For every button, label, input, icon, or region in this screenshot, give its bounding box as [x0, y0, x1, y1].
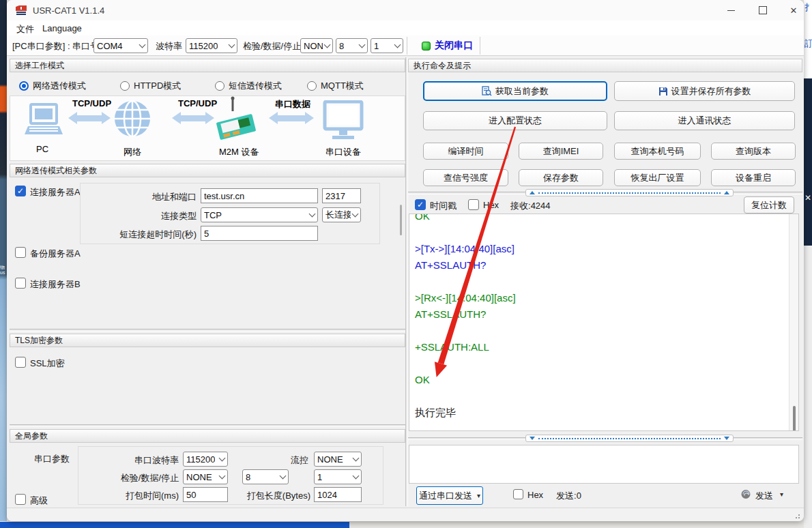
send-button[interactable]: 发送 — [755, 490, 773, 502]
send-hex-label: Hex — [527, 490, 543, 500]
arrow-m2m-serial — [278, 115, 305, 121]
parity-select[interactable]: NONI — [300, 38, 333, 53]
flow-select[interactable]: NONE — [314, 452, 362, 467]
log-splitter-handle[interactable] — [525, 189, 734, 196]
baud-select[interactable]: 115200 — [186, 38, 237, 53]
tls-header: TLS加密参数 — [10, 334, 405, 347]
collapse-down-icon — [530, 437, 535, 440]
log-scrollbar-track[interactable] — [789, 214, 798, 430]
send-hex-checkbox[interactable] — [513, 489, 523, 499]
address-label: 地址和端口 — [128, 191, 197, 203]
com-port-select[interactable]: COM4 — [93, 38, 148, 53]
reset-counter-button[interactable]: 复位计数 — [744, 196, 794, 214]
chevron-down-icon — [353, 455, 360, 462]
backup-a-label: 备份服务器A — [30, 248, 81, 260]
ssl-checkbox[interactable] — [15, 357, 26, 368]
advanced-checkbox[interactable] — [15, 494, 26, 505]
conn-type-select[interactable]: TCP — [201, 207, 318, 222]
g-parity-select[interactable]: NONE — [183, 469, 228, 484]
save-params-button[interactable]: 保存参数 — [519, 169, 603, 186]
g-databits-select[interactable]: 8 — [242, 469, 289, 484]
radio-sms-passthrough-label: 短信透传模式 — [229, 80, 282, 92]
log-area[interactable]: OK >[Tx->][14:04:40][asc]AT+SSLAUTH? >[R… — [409, 214, 799, 431]
port-status-indicator — [422, 42, 431, 50]
radio-httpd[interactable] — [120, 81, 130, 91]
maximize-button[interactable] — [751, 0, 775, 20]
menu-language[interactable]: Language — [38, 22, 86, 35]
chevron-down-icon — [229, 42, 235, 48]
section-splitter[interactable] — [10, 329, 405, 332]
pack-len-input[interactable] — [314, 487, 362, 502]
timestamp-label: 时间戳 — [430, 200, 456, 212]
chevron-down-icon — [280, 473, 287, 480]
title-bar[interactable]: USR-CAT1 V1.1.4 ✕ — [7, 0, 804, 20]
pack-len-label: 打包长度(Bytes) — [239, 490, 310, 502]
flow-label: 流控 — [278, 454, 308, 467]
left-panel-scrollbar[interactable] — [400, 205, 402, 235]
stopbits-select[interactable]: 1 — [371, 38, 403, 53]
timeout-input[interactable] — [201, 226, 318, 241]
desktop-text-fragment: 物us — [0, 265, 5, 276]
save-icon — [658, 87, 668, 96]
factory-reset-button[interactable]: 恢复出厂设置 — [614, 169, 701, 186]
recv-counter: 接收:4244 — [510, 200, 551, 212]
server-a-checkbox[interactable] — [15, 186, 26, 196]
enter-comm-button[interactable]: 进入通讯状态 — [614, 111, 795, 130]
resize-grip[interactable] — [794, 512, 800, 518]
background-close-icon: ✕ — [804, 193, 811, 203]
pc-serial-params-label: [PC串口参数] : 串口号 — [12, 40, 99, 53]
get-params-button[interactable]: 获取当前参数 — [423, 81, 607, 101]
serial-group-label: 串口参数 — [34, 453, 70, 465]
radio-mqtt[interactable] — [307, 81, 317, 91]
send-dropdown-icon[interactable]: ▾ — [780, 490, 783, 498]
radio-sms-passthrough[interactable] — [215, 81, 224, 91]
send-via-serial-button[interactable]: 通过串口发送▾ — [416, 486, 483, 505]
timestamp-checkbox[interactable] — [415, 199, 426, 210]
query-version-button[interactable]: 查询版本 — [711, 143, 796, 160]
background-text-fragment: 訂 — [804, 38, 812, 50]
send-input-area[interactable] — [409, 445, 799, 484]
minimize-icon — [727, 10, 735, 11]
radio-net-passthrough[interactable] — [19, 81, 29, 91]
global-params-header: 全局参数 — [10, 429, 405, 443]
minimize-button[interactable] — [719, 0, 743, 20]
send-splitter-handle[interactable] — [525, 435, 734, 442]
pack-time-input[interactable] — [183, 487, 228, 502]
query-number-button[interactable]: 查询本机号码 — [614, 143, 701, 160]
advanced-label: 高级 — [30, 495, 48, 507]
log-line: >[Rx<-][14:04:40][asc] — [415, 290, 785, 306]
parity-label: 检验/数据/停止 — [243, 40, 301, 53]
backup-a-checkbox[interactable] — [15, 247, 26, 258]
compile-time-button[interactable]: 编译时间 — [423, 143, 508, 160]
query-signal-button[interactable]: 查信号强度 — [423, 169, 508, 186]
log-line — [415, 224, 785, 241]
query-imei-button[interactable]: 查询IMEI — [519, 143, 603, 160]
databits-select[interactable]: 8 — [336, 38, 368, 53]
menu-file[interactable]: 文件 — [12, 22, 38, 37]
log-line — [415, 355, 785, 372]
address-input[interactable] — [201, 188, 318, 203]
section-splitter[interactable] — [10, 424, 405, 427]
close-button[interactable]: ✕ — [781, 0, 806, 20]
search-doc-icon — [482, 86, 492, 96]
topology-diagram: PC TCP/UDP 网络 TCP/UDP — [10, 96, 405, 161]
g-baud-select[interactable]: 115200 — [183, 452, 228, 467]
close-port-button[interactable]: 关闭串口 — [435, 40, 473, 52]
log-content: OK >[Tx->][14:04:40][asc]AT+SSLAUTH? >[R… — [415, 214, 785, 421]
background-window-right: 扌 訂 ✕ — [804, 0, 812, 528]
g-stopbits-select[interactable]: 1 — [314, 469, 362, 484]
keep-mode-select[interactable]: 长连接 — [322, 207, 361, 222]
set-save-params-button[interactable]: 设置并保存所有参数 — [614, 81, 795, 101]
port-input[interactable] — [322, 188, 361, 203]
arrow-network-m2m — [181, 115, 205, 121]
sent-counter: 发送:0 — [556, 490, 581, 502]
recv-hex-checkbox[interactable] — [468, 199, 479, 210]
server-a-label: 连接服务器A — [30, 186, 81, 199]
ssl-label: SSL加密 — [30, 357, 65, 370]
window-title: USR-CAT1 V1.1.4 — [33, 5, 104, 16]
enter-config-button[interactable]: 进入配置状态 — [423, 111, 607, 130]
log-line — [415, 274, 785, 290]
log-scrollbar-thumb[interactable] — [793, 406, 796, 431]
server-b-checkbox[interactable] — [15, 278, 26, 289]
device-restart-button[interactable]: 设备重启 — [711, 169, 796, 186]
